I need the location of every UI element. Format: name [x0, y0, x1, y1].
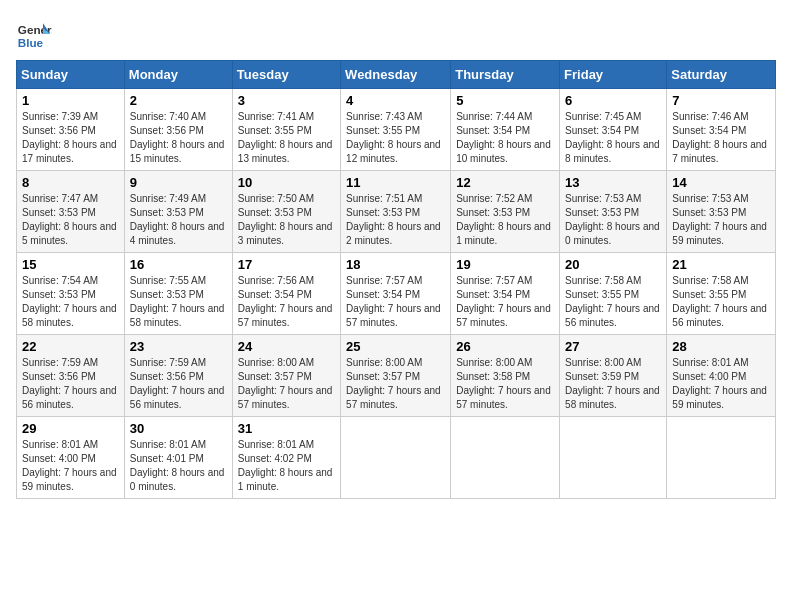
calendar-day-cell: 21 Sunrise: 7:58 AMSunset: 3:55 PMDaylig…: [667, 253, 776, 335]
day-detail: Sunrise: 7:47 AMSunset: 3:53 PMDaylight:…: [22, 193, 117, 246]
day-number: 25: [346, 339, 445, 354]
day-number: 19: [456, 257, 554, 272]
day-number: 23: [130, 339, 227, 354]
day-number: 29: [22, 421, 119, 436]
header-tuesday: Tuesday: [232, 61, 340, 89]
day-detail: Sunrise: 8:00 AMSunset: 3:57 PMDaylight:…: [346, 357, 441, 410]
calendar-day-cell: 31 Sunrise: 8:01 AMSunset: 4:02 PMDaylig…: [232, 417, 340, 499]
calendar-day-cell: 20 Sunrise: 7:58 AMSunset: 3:55 PMDaylig…: [560, 253, 667, 335]
calendar-day-cell: 30 Sunrise: 8:01 AMSunset: 4:01 PMDaylig…: [124, 417, 232, 499]
calendar-day-cell: 6 Sunrise: 7:45 AMSunset: 3:54 PMDayligh…: [560, 89, 667, 171]
calendar-day-cell: 24 Sunrise: 8:00 AMSunset: 3:57 PMDaylig…: [232, 335, 340, 417]
header-monday: Monday: [124, 61, 232, 89]
calendar-table: SundayMondayTuesdayWednesdayThursdayFrid…: [16, 60, 776, 499]
calendar-day-cell: 2 Sunrise: 7:40 AMSunset: 3:56 PMDayligh…: [124, 89, 232, 171]
calendar-day-cell: 8 Sunrise: 7:47 AMSunset: 3:53 PMDayligh…: [17, 171, 125, 253]
day-detail: Sunrise: 7:59 AMSunset: 3:56 PMDaylight:…: [22, 357, 117, 410]
calendar-day-cell: 7 Sunrise: 7:46 AMSunset: 3:54 PMDayligh…: [667, 89, 776, 171]
day-number: 18: [346, 257, 445, 272]
day-detail: Sunrise: 8:01 AMSunset: 4:00 PMDaylight:…: [672, 357, 767, 410]
day-number: 11: [346, 175, 445, 190]
day-number: 17: [238, 257, 335, 272]
calendar-day-cell: 10 Sunrise: 7:50 AMSunset: 3:53 PMDaylig…: [232, 171, 340, 253]
day-detail: Sunrise: 7:52 AMSunset: 3:53 PMDaylight:…: [456, 193, 551, 246]
calendar-day-cell: 1 Sunrise: 7:39 AMSunset: 3:56 PMDayligh…: [17, 89, 125, 171]
day-number: 21: [672, 257, 770, 272]
header-sunday: Sunday: [17, 61, 125, 89]
calendar-day-cell: 29 Sunrise: 8:01 AMSunset: 4:00 PMDaylig…: [17, 417, 125, 499]
calendar-day-cell: 22 Sunrise: 7:59 AMSunset: 3:56 PMDaylig…: [17, 335, 125, 417]
calendar-week-row: 8 Sunrise: 7:47 AMSunset: 3:53 PMDayligh…: [17, 171, 776, 253]
day-number: 7: [672, 93, 770, 108]
logo-icon: General Blue: [16, 16, 52, 52]
day-number: 6: [565, 93, 661, 108]
day-number: 2: [130, 93, 227, 108]
day-detail: Sunrise: 8:00 AMSunset: 3:57 PMDaylight:…: [238, 357, 333, 410]
calendar-day-cell: 18 Sunrise: 7:57 AMSunset: 3:54 PMDaylig…: [341, 253, 451, 335]
calendar-day-cell: 23 Sunrise: 7:59 AMSunset: 3:56 PMDaylig…: [124, 335, 232, 417]
calendar-day-cell: [451, 417, 560, 499]
day-number: 27: [565, 339, 661, 354]
day-detail: Sunrise: 8:01 AMSunset: 4:02 PMDaylight:…: [238, 439, 333, 492]
calendar-day-cell: 17 Sunrise: 7:56 AMSunset: 3:54 PMDaylig…: [232, 253, 340, 335]
calendar-week-row: 29 Sunrise: 8:01 AMSunset: 4:00 PMDaylig…: [17, 417, 776, 499]
page-header: General Blue: [16, 16, 776, 52]
day-detail: Sunrise: 7:58 AMSunset: 3:55 PMDaylight:…: [565, 275, 660, 328]
day-detail: Sunrise: 7:49 AMSunset: 3:53 PMDaylight:…: [130, 193, 225, 246]
calendar-day-cell: 28 Sunrise: 8:01 AMSunset: 4:00 PMDaylig…: [667, 335, 776, 417]
header-wednesday: Wednesday: [341, 61, 451, 89]
day-detail: Sunrise: 7:55 AMSunset: 3:53 PMDaylight:…: [130, 275, 225, 328]
calendar-header-row: SundayMondayTuesdayWednesdayThursdayFrid…: [17, 61, 776, 89]
calendar-week-row: 15 Sunrise: 7:54 AMSunset: 3:53 PMDaylig…: [17, 253, 776, 335]
day-number: 4: [346, 93, 445, 108]
day-detail: Sunrise: 7:45 AMSunset: 3:54 PMDaylight:…: [565, 111, 660, 164]
day-detail: Sunrise: 7:39 AMSunset: 3:56 PMDaylight:…: [22, 111, 117, 164]
day-detail: Sunrise: 7:51 AMSunset: 3:53 PMDaylight:…: [346, 193, 441, 246]
day-number: 20: [565, 257, 661, 272]
day-detail: Sunrise: 8:00 AMSunset: 3:59 PMDaylight:…: [565, 357, 660, 410]
day-number: 28: [672, 339, 770, 354]
day-number: 3: [238, 93, 335, 108]
day-number: 1: [22, 93, 119, 108]
day-detail: Sunrise: 7:43 AMSunset: 3:55 PMDaylight:…: [346, 111, 441, 164]
day-detail: Sunrise: 8:01 AMSunset: 4:00 PMDaylight:…: [22, 439, 117, 492]
calendar-week-row: 22 Sunrise: 7:59 AMSunset: 3:56 PMDaylig…: [17, 335, 776, 417]
day-number: 16: [130, 257, 227, 272]
calendar-day-cell: 14 Sunrise: 7:53 AMSunset: 3:53 PMDaylig…: [667, 171, 776, 253]
calendar-day-cell: 9 Sunrise: 7:49 AMSunset: 3:53 PMDayligh…: [124, 171, 232, 253]
calendar-day-cell: 11 Sunrise: 7:51 AMSunset: 3:53 PMDaylig…: [341, 171, 451, 253]
day-detail: Sunrise: 7:59 AMSunset: 3:56 PMDaylight:…: [130, 357, 225, 410]
day-detail: Sunrise: 7:44 AMSunset: 3:54 PMDaylight:…: [456, 111, 551, 164]
calendar-day-cell: 4 Sunrise: 7:43 AMSunset: 3:55 PMDayligh…: [341, 89, 451, 171]
day-number: 12: [456, 175, 554, 190]
day-number: 15: [22, 257, 119, 272]
day-detail: Sunrise: 7:54 AMSunset: 3:53 PMDaylight:…: [22, 275, 117, 328]
day-number: 8: [22, 175, 119, 190]
calendar-day-cell: 25 Sunrise: 8:00 AMSunset: 3:57 PMDaylig…: [341, 335, 451, 417]
header-friday: Friday: [560, 61, 667, 89]
day-number: 9: [130, 175, 227, 190]
svg-text:Blue: Blue: [18, 36, 44, 49]
day-detail: Sunrise: 8:01 AMSunset: 4:01 PMDaylight:…: [130, 439, 225, 492]
calendar-day-cell: [667, 417, 776, 499]
day-detail: Sunrise: 7:41 AMSunset: 3:55 PMDaylight:…: [238, 111, 333, 164]
day-number: 26: [456, 339, 554, 354]
header-thursday: Thursday: [451, 61, 560, 89]
day-detail: Sunrise: 8:00 AMSunset: 3:58 PMDaylight:…: [456, 357, 551, 410]
day-number: 24: [238, 339, 335, 354]
calendar-day-cell: 12 Sunrise: 7:52 AMSunset: 3:53 PMDaylig…: [451, 171, 560, 253]
day-number: 22: [22, 339, 119, 354]
day-detail: Sunrise: 7:57 AMSunset: 3:54 PMDaylight:…: [346, 275, 441, 328]
day-number: 14: [672, 175, 770, 190]
logo: General Blue: [16, 16, 52, 52]
day-number: 31: [238, 421, 335, 436]
day-number: 13: [565, 175, 661, 190]
day-detail: Sunrise: 7:57 AMSunset: 3:54 PMDaylight:…: [456, 275, 551, 328]
day-detail: Sunrise: 7:53 AMSunset: 3:53 PMDaylight:…: [672, 193, 767, 246]
calendar-day-cell: 26 Sunrise: 8:00 AMSunset: 3:58 PMDaylig…: [451, 335, 560, 417]
calendar-week-row: 1 Sunrise: 7:39 AMSunset: 3:56 PMDayligh…: [17, 89, 776, 171]
calendar-day-cell: 27 Sunrise: 8:00 AMSunset: 3:59 PMDaylig…: [560, 335, 667, 417]
header-saturday: Saturday: [667, 61, 776, 89]
calendar-day-cell: 3 Sunrise: 7:41 AMSunset: 3:55 PMDayligh…: [232, 89, 340, 171]
day-detail: Sunrise: 7:46 AMSunset: 3:54 PMDaylight:…: [672, 111, 767, 164]
